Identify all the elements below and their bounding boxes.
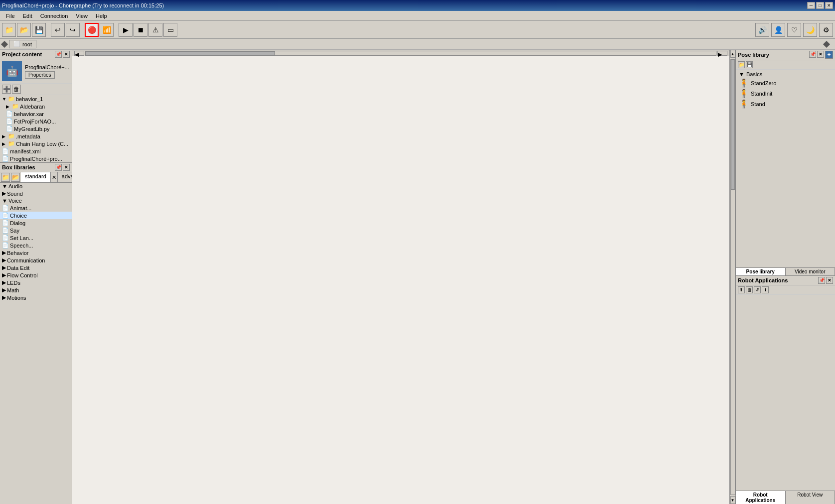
menu-connection[interactable]: Connection [36,12,72,20]
scroll-down-btn[interactable]: ▼ [730,496,735,504]
user-btn[interactable]: 👤 [771,23,785,37]
pose-standzero[interactable]: 🧍 StandZero [737,78,834,88]
scroll-thumb-h[interactable] [86,51,275,55]
canvas-wrapper: ◀ Tactile Head 🤚 InitDMX [72,50,735,504]
canvas-scrollbar-h[interactable]: ◀ ▶ [72,50,729,56]
box-panel-header: Box libraries 📌 ✕ [0,163,72,172]
open-btn[interactable]: 📂 [17,23,31,37]
close-btn[interactable]: ✕ [825,2,833,9]
minimize-btn[interactable]: ─ [807,2,815,9]
tree-aldebaran[interactable]: ▶ 📁 Aldebaran [0,103,72,110]
box-pin-icon[interactable]: 📌 [55,164,62,171]
box-category-motions[interactable]: ▶ Motions [0,294,72,301]
box-new-icon[interactable]: 📁 [1,173,10,182]
stop-btn[interactable]: ⏹ [134,23,147,37]
scroll-left-btn[interactable]: ◀ [74,51,84,56]
properties-button[interactable]: Properties [25,71,55,79]
pose-standinit[interactable]: 🧍 StandInit [737,88,834,99]
box-leaf-dialog[interactable]: 📄 Dialog [0,219,72,227]
tab-standard[interactable]: standard [21,172,51,182]
box-leaf-choice[interactable]: 📄 Choice [0,212,72,219]
tree-behavior1[interactable]: ▼ 📁 behavior_1 [0,95,72,103]
warning-btn[interactable]: ⚠ [148,23,162,37]
box-leaf-say[interactable]: 📄 Say [0,227,72,234]
canvas-scrollbar-v[interactable]: ▲ ▼ [729,50,735,504]
tree-progfinal[interactable]: 📄 ProgfinalChoré+pro... [0,155,72,162]
redo-btn[interactable]: ↪ [66,23,80,37]
figure-icon: 🧍 [739,89,749,98]
project-panel: Project content 📌 ✕ 🤖 ProgfinalChoré+...… [0,50,72,163]
tree-manifest[interactable]: 📄 manifest.xml [0,147,72,155]
pose-save-icon[interactable]: 💾 [746,61,753,68]
box-category-audio[interactable]: ▼ Audio [0,183,72,190]
box-category-sound[interactable]: ▶ Sound [0,190,72,197]
project-delete-icon[interactable]: 🗑 [12,85,21,94]
box-category-communication[interactable]: ▶ Communication [0,256,72,264]
tab-robot-view[interactable]: Robot View [786,491,835,504]
pose-add-icon[interactable]: + [825,51,833,59]
pose-basics[interactable]: ▼ Basics [737,71,834,78]
menu-file[interactable]: File [2,12,19,20]
project-pin-icon[interactable]: 📌 [55,51,62,58]
maximize-btn[interactable]: □ [816,2,824,9]
tab-video-monitor[interactable]: Video monitor [786,268,835,275]
tab-pose-library[interactable]: Pose library [736,268,786,275]
robot-apps-refresh-icon[interactable]: ↺ [754,286,761,293]
tab-close[interactable]: ✕ [51,172,58,182]
menu-view[interactable]: View [72,12,92,20]
tree-fctproj[interactable]: 📄 FctProjForNAO... [0,118,72,125]
moon-btn[interactable]: 🌙 [803,23,817,37]
tree-behavior-xar[interactable]: 📄 behavior.xar [0,110,72,118]
pose-folder-icon[interactable]: 📁 [738,61,745,68]
menu-edit[interactable]: Edit [19,12,36,20]
connect-btn[interactable]: 🔴 [85,23,99,37]
new-btn[interactable]: 📁 [2,23,16,37]
box-close-icon[interactable]: ✕ [63,164,70,171]
box-category-behavior[interactable]: ▶ Behavior [0,249,72,256]
pose-library-header: Pose library 📌 ✕ + [736,50,835,60]
scroll-thumb-v[interactable] [731,59,735,190]
robot-apps-pin-icon[interactable]: 📌 [818,277,825,284]
box-category-voice[interactable]: ▼ Voice [0,197,72,204]
tree-metadata[interactable]: ▶ 📁 .metadata [0,132,72,140]
file-icon: 📄 [2,148,9,154]
box-category-flowcontrol[interactable]: ▶ Flow Control [0,271,72,279]
box-category-dataedit[interactable]: ▶ Data Edit [0,264,72,271]
pose-pin-icon[interactable]: 📌 [809,51,816,58]
box-leaf-animat[interactable]: 📄 Animat... [0,204,72,212]
box-category-math[interactable]: ▶ Math [0,286,72,294]
volume-btn[interactable]: 🔊 [755,23,769,37]
menu-help[interactable]: Help [92,12,111,20]
wifi-btn[interactable]: 📶 [100,23,114,37]
save-btn[interactable]: 💾 [32,23,46,37]
robot-apps-info-icon[interactable]: ℹ [762,286,769,293]
robot-apps-delete-icon[interactable]: 🗑 [746,286,753,293]
tab-advanced[interactable]: advanc [58,172,72,182]
scroll-track-h[interactable] [85,51,716,56]
pose-close-icon[interactable]: ✕ [817,51,824,58]
pose-stand[interactable]: 🧍 Stand [737,99,834,109]
robot-apps-close-icon[interactable]: ✕ [826,277,833,284]
tree-mygreatlib[interactable]: 📄 MyGreatLib.py [0,125,72,132]
box-leaf-setlan[interactable]: 📄 Set Lan... [0,234,72,242]
heart-btn[interactable]: ♡ [787,23,801,37]
breadcrumb-root[interactable]: ⬜ root [9,40,36,48]
settings-btn[interactable]: ⚙ [819,23,833,37]
box-leaf-speech[interactable]: 📄 Speech... [0,242,72,249]
project-add-icon[interactable]: ➕ [2,85,11,94]
robot-apps-content [736,295,835,491]
scroll-up-btn[interactable]: ▲ [730,50,735,58]
scroll-track-v[interactable] [730,59,735,495]
undo-btn[interactable]: ↩ [51,23,65,37]
play-btn[interactable]: ▶ [119,23,133,37]
scroll-right-btn[interactable]: ▶ [717,51,727,56]
tree-chain[interactable]: ▶ 📁 Chain Hang Low (C... [0,140,72,147]
box-category-leds[interactable]: ▶ LEDs [0,279,72,286]
box-open-icon[interactable]: 📂 [11,173,20,182]
robot-apps-upload-icon[interactable]: ⬆ [738,286,745,293]
project-close-icon[interactable]: ✕ [63,51,70,58]
tab-robot-applications[interactable]: Robot Applications [736,491,786,504]
category-label: Behavior [7,250,28,256]
box-toolbar: 📁 📂 [0,172,21,182]
panel-btn[interactable]: ▭ [163,23,177,37]
